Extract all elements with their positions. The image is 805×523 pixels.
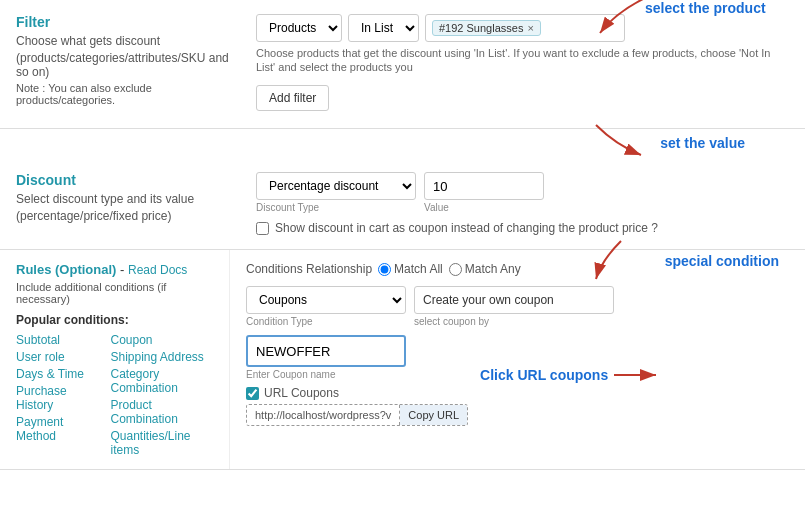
discount-value-group: Value bbox=[424, 172, 544, 213]
condition-type-group: Coupons Condition Type bbox=[246, 286, 406, 327]
discount-cart-coupon-checkbox[interactable] bbox=[256, 222, 269, 235]
rules-right: Conditions Relationship Match All Match … bbox=[230, 250, 805, 469]
rules-title: Rules (Optional) bbox=[16, 262, 116, 277]
condition-coupon[interactable]: Coupon bbox=[110, 333, 213, 347]
discount-checkbox-row: Show discount in cart as coupon instead … bbox=[256, 221, 789, 235]
select-product-annotation: select the product bbox=[645, 0, 766, 16]
filter-desc: Choose what gets discount bbox=[16, 34, 236, 48]
filter-tag: #192 Sunglasses × bbox=[432, 20, 541, 36]
coupon-name-input[interactable] bbox=[246, 335, 406, 367]
discount-title: Discount bbox=[16, 172, 236, 188]
filter-right: Products In List #192 Sunglasses × bbox=[256, 14, 789, 114]
copy-url-button[interactable]: Copy URL bbox=[400, 405, 467, 425]
coupon-name-area: Enter Coupon name URL Coupons http://loc… bbox=[246, 335, 468, 426]
url-coupon-checkbox-row: URL Coupons bbox=[246, 386, 468, 400]
tag-remove-icon[interactable]: × bbox=[527, 22, 533, 34]
filter-products-dropdown[interactable]: Products bbox=[256, 14, 342, 42]
condition-subtotal[interactable]: Subtotal bbox=[16, 333, 94, 347]
discount-right: Percentage discount Discount Type Value … bbox=[256, 172, 789, 235]
add-filter-button[interactable]: Add filter bbox=[256, 85, 329, 111]
discount-desc2: (percentage/price/fixed price) bbox=[16, 209, 236, 223]
filter-desc2: (products/categories/attributes/SKU and … bbox=[16, 51, 236, 79]
filter-hint: Choose products that get the discount us… bbox=[256, 46, 789, 75]
condition-daytime[interactable]: Days & Time bbox=[16, 367, 94, 381]
filter-section: Filter Choose what gets discount (produc… bbox=[0, 0, 805, 129]
match-any-label[interactable]: Match Any bbox=[449, 262, 521, 276]
rules-left: Rules (Optional) - Read Docs Include add… bbox=[0, 250, 230, 469]
conditions-col2: Coupon Shipping Address Category Combina… bbox=[110, 333, 213, 457]
click-url-annotation: Click URL coupons bbox=[480, 367, 608, 383]
filter-note: Note : You can also exclude products/cat… bbox=[16, 82, 236, 106]
arrow-click-url bbox=[614, 365, 664, 385]
popular-conditions-title: Popular conditions: bbox=[16, 313, 213, 327]
discount-type-label: Discount Type bbox=[256, 202, 416, 213]
discount-value-label: Value bbox=[424, 202, 544, 213]
discount-type-group: Percentage discount Discount Type bbox=[256, 172, 416, 213]
condition-type-field-label: Condition Type bbox=[246, 316, 406, 327]
url-text: http://localhost/wordpress?v bbox=[247, 405, 400, 425]
rules-desc: Include additional conditions (if necess… bbox=[16, 281, 213, 305]
discount-section: Discount Select discount type and its va… bbox=[0, 158, 805, 250]
special-condition-annotation-container: special condition bbox=[591, 241, 779, 281]
set-value-annotation: set the value bbox=[660, 135, 745, 151]
discount-value-input[interactable] bbox=[424, 172, 544, 200]
select-coupon-by-label: select coupon by bbox=[414, 316, 614, 327]
condition-productcombination[interactable]: Product Combination bbox=[110, 398, 213, 426]
conditions-columns: Subtotal User role Days & Time Purchase … bbox=[16, 333, 213, 457]
discount-left: Discount Select discount type and its va… bbox=[16, 172, 236, 235]
rules-section: Rules (Optional) - Read Docs Include add… bbox=[0, 250, 805, 470]
filter-inlist-dropdown[interactable]: In List bbox=[348, 14, 419, 42]
url-coupon-label[interactable]: URL Coupons bbox=[264, 386, 339, 400]
enter-coupon-label: Enter Coupon name bbox=[246, 369, 468, 380]
filter-left: Filter Choose what gets discount (produc… bbox=[16, 14, 236, 114]
condition-type-dropdown[interactable]: Coupons bbox=[246, 286, 406, 314]
click-url-annotation-container: Click URL coupons bbox=[480, 365, 664, 385]
filter-title: Filter bbox=[16, 14, 236, 30]
read-docs-link[interactable]: Read Docs bbox=[128, 263, 187, 277]
create-coupon-value: Create your own coupon bbox=[414, 286, 614, 314]
conditions-relationship-label: Conditions Relationship bbox=[246, 262, 372, 276]
discount-checkbox-label[interactable]: Show discount in cart as coupon instead … bbox=[275, 221, 658, 235]
match-all-label[interactable]: Match All bbox=[378, 262, 443, 276]
condition-quantitieslineitems[interactable]: Quantities/Line items bbox=[110, 429, 213, 457]
special-condition-annotation: special condition bbox=[665, 253, 779, 269]
conditions-col1: Subtotal User role Days & Time Purchase … bbox=[16, 333, 94, 457]
condition-paymentmethod[interactable]: Payment Method bbox=[16, 415, 94, 443]
condition-userrole[interactable]: User role bbox=[16, 350, 94, 364]
match-any-radio[interactable] bbox=[449, 263, 462, 276]
url-copy-row: http://localhost/wordpress?v Copy URL bbox=[246, 404, 468, 426]
url-coupon-checkbox[interactable] bbox=[246, 387, 259, 400]
arrow-select-product bbox=[595, 0, 655, 38]
discount-desc: Select discount type and its value bbox=[16, 192, 236, 206]
condition-categorycombination[interactable]: Category Combination bbox=[110, 367, 213, 395]
condition-value-group: Create your own coupon select coupon by bbox=[414, 286, 614, 327]
arrow-special-cond bbox=[591, 241, 661, 281]
arrow-set-value bbox=[576, 125, 656, 160]
condition-purchasehistory[interactable]: Purchase History bbox=[16, 384, 94, 412]
match-all-radio[interactable] bbox=[378, 263, 391, 276]
discount-type-dropdown[interactable]: Percentage discount bbox=[256, 172, 416, 200]
condition-shippingaddress[interactable]: Shipping Address bbox=[110, 350, 213, 364]
